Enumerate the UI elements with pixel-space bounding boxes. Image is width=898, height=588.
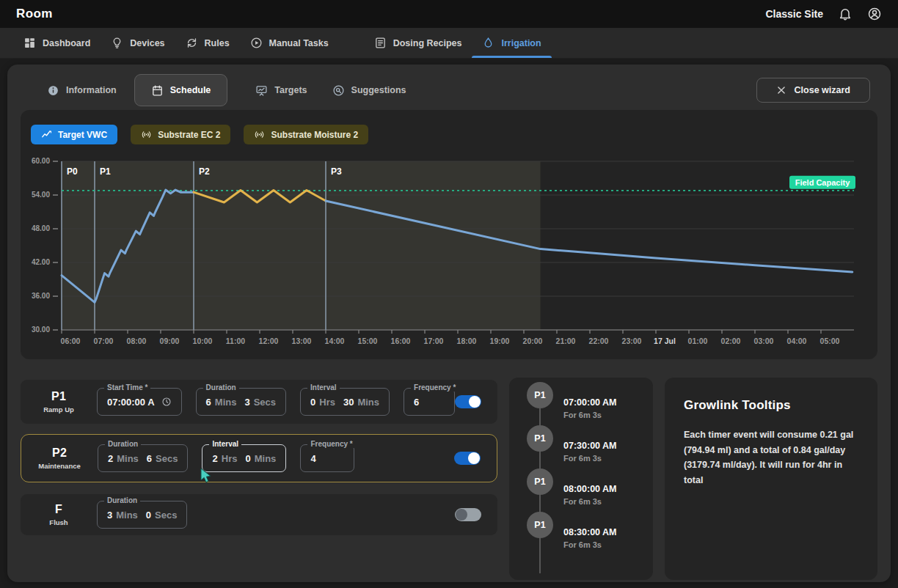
nav-item-label: Dosing Recipes xyxy=(393,38,462,48)
field-duration[interactable]: Duration2Mins6Secs xyxy=(98,444,188,472)
svg-text:17 Jul: 17 Jul xyxy=(654,337,676,345)
svg-text:02:00: 02:00 xyxy=(721,337,741,345)
close-icon xyxy=(776,85,786,95)
nav-item-label: Dashboard xyxy=(43,38,90,48)
field-unit: Mins xyxy=(255,453,277,464)
svg-text:20:00: 20:00 xyxy=(523,337,543,345)
growlink-tooltips-card: Growlink Tooltips Each timer event will … xyxy=(665,378,877,580)
series-toggle-substrate-ec-2[interactable]: Substrate EC 2 xyxy=(131,125,230,144)
field-floating-label: Duration xyxy=(104,496,140,504)
site-selector[interactable]: Classic Site xyxy=(765,8,823,20)
nav-item-label: Manual Tasks xyxy=(269,38,329,48)
nav-item-irrigation[interactable]: Irrigation xyxy=(472,28,551,58)
svg-text:19:00: 19:00 xyxy=(490,337,510,345)
nav-item-manual-tasks[interactable]: Manual Tasks xyxy=(240,28,339,58)
wizard-tab-targets[interactable]: Targets xyxy=(248,74,314,106)
svg-text:18:00: 18:00 xyxy=(457,337,477,345)
field-value: 6 xyxy=(147,453,152,464)
photoperiod-shading xyxy=(62,161,541,330)
wizard-tab-information[interactable]: Information xyxy=(40,74,124,106)
field-interval[interactable]: Interval0Hrs30Mins xyxy=(300,388,390,416)
wizard-tab-label: Targets xyxy=(274,85,307,95)
svg-text:36.00: 36.00 xyxy=(32,292,50,300)
svg-text:Field Capacity: Field Capacity xyxy=(795,178,850,187)
phase-enabled-toggle[interactable] xyxy=(454,452,481,465)
notifications-bell-icon[interactable] xyxy=(838,7,853,21)
phase-row-f: FFlushDuration3Mins0Secs xyxy=(21,494,497,535)
nav-item-label: Rules xyxy=(205,38,230,48)
field-value: 6 xyxy=(414,397,419,408)
field-value: 0 xyxy=(146,510,151,521)
nav-item-dashboard[interactable]: Dashboard xyxy=(13,28,101,58)
series-toggle-substrate-moisture-2[interactable]: Substrate Moisture 2 xyxy=(244,125,368,144)
wizard-tab-schedule[interactable]: Schedule xyxy=(134,74,228,106)
series-toggle-label: Target VWC xyxy=(58,130,107,140)
calendar-icon xyxy=(151,84,164,97)
field-frequency[interactable]: Frequency *6 xyxy=(404,388,455,416)
field-floating-label: Interval xyxy=(209,440,241,448)
nav-item-label: Devices xyxy=(130,38,164,48)
vwc-schedule-chart[interactable]: 30.0036.0042.0048.0054.0060.0006:0007:00… xyxy=(31,152,867,355)
vwc-chart-card: Target VWCSubstrate EC 2Substrate Moistu… xyxy=(21,110,877,359)
wizard-tabs: InformationScheduleTargetsSuggestions xyxy=(29,73,414,107)
account-icon[interactable] xyxy=(867,7,882,21)
field-duration[interactable]: Duration3Mins0Secs xyxy=(97,501,187,529)
svg-text:48.00: 48.00 xyxy=(32,224,50,232)
svg-text:22:00: 22:00 xyxy=(589,337,609,345)
devices-icon xyxy=(111,37,123,49)
field-frequency[interactable]: Frequency *4 xyxy=(300,444,354,472)
series-toggle-target-vwc[interactable]: Target VWC xyxy=(31,125,117,144)
field-floating-label: Start Time * xyxy=(104,383,150,392)
svg-text:04:00: 04:00 xyxy=(787,337,807,345)
timeline-event-duration: For 6m 3s xyxy=(563,454,617,463)
phase-row-p2: P2MaintenanceDuration2Mins6SecsInterval2… xyxy=(21,434,497,482)
nav-item-dosing-recipes[interactable]: Dosing Recipes xyxy=(364,28,472,58)
svg-text:07:00: 07:00 xyxy=(94,337,114,345)
field-value: 30 xyxy=(343,397,354,408)
field-start-time[interactable]: Start Time *07:00:00 A xyxy=(97,388,182,416)
field-value: 0 xyxy=(246,453,251,464)
field-value: 3 xyxy=(244,397,249,408)
nav-item-label: Irrigation xyxy=(501,38,541,48)
nav-item-devices[interactable]: Devices xyxy=(101,28,175,58)
timeline-event-duration: For 6m 3s xyxy=(563,540,617,549)
svg-text:21:00: 21:00 xyxy=(556,337,576,345)
wizard-tab-suggestions[interactable]: Suggestions xyxy=(325,74,414,106)
svg-text:12:00: 12:00 xyxy=(259,337,279,345)
svg-text:03:00: 03:00 xyxy=(754,337,774,345)
field-value: 07:00:00 A xyxy=(107,397,155,408)
manual-tasks-icon xyxy=(250,37,263,49)
phase-name: Maintenance xyxy=(21,462,98,470)
phase-label: FFlush xyxy=(21,503,97,526)
svg-text:23:00: 23:00 xyxy=(622,337,642,345)
close-wizard-button[interactable]: Close wizard xyxy=(756,78,870,103)
field-value: 2 xyxy=(213,453,218,464)
phase-enabled-toggle[interactable] xyxy=(455,508,481,521)
field-floating-label: Interval xyxy=(307,383,340,392)
svg-text:60.00: 60.00 xyxy=(32,157,50,165)
svg-text:42.00: 42.00 xyxy=(32,258,50,266)
field-duration[interactable]: Duration6Mins3Secs xyxy=(196,388,286,416)
field-unit: Mins xyxy=(215,397,237,408)
nav-item-rules[interactable]: Rules xyxy=(175,28,240,58)
svg-text:13:00: 13:00 xyxy=(292,337,312,345)
info-icon xyxy=(47,84,59,97)
tooltips-body: Each timer event will consume 0.21 gal (… xyxy=(684,427,858,488)
field-value: 3 xyxy=(107,510,112,521)
dosing-recipes-icon xyxy=(374,37,387,49)
sensor-icon xyxy=(141,129,152,140)
phase-enabled-toggle[interactable] xyxy=(455,395,481,408)
irrigation-icon xyxy=(482,37,494,49)
svg-text:P2: P2 xyxy=(199,166,210,177)
timeline-event-time: 08:30:00 AM xyxy=(563,527,617,537)
svg-text:P3: P3 xyxy=(331,166,342,177)
timeline-event-time: 08:00:00 AM xyxy=(563,484,617,494)
field-unit: Mins xyxy=(117,453,139,464)
timeline-event-phase-badge: P1 xyxy=(527,425,553,452)
timeline-event-time: 07:30:00 AM xyxy=(563,441,617,451)
field-interval[interactable]: Interval2Hrs0Mins xyxy=(202,444,286,472)
main-nav: DashboardDevicesRulesManual TasksDosing … xyxy=(0,28,898,59)
svg-text:11:00: 11:00 xyxy=(226,337,245,345)
field-floating-label: Duration xyxy=(105,440,141,448)
field-floating-label: Duration xyxy=(203,383,239,392)
